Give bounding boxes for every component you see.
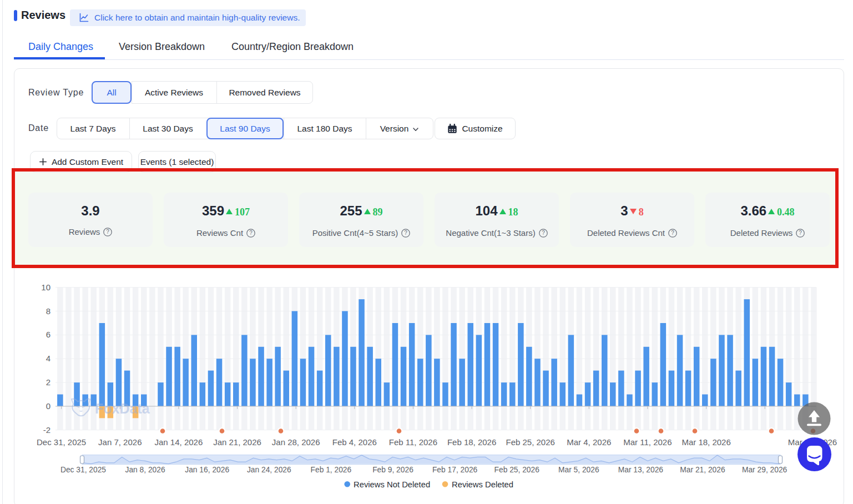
svg-text:Jan 16, 2026: Jan 16, 2026 (185, 466, 229, 474)
svg-text:Jan 21, 2026: Jan 21, 2026 (213, 437, 261, 447)
svg-text:Mar 21, 2026: Mar 21, 2026 (680, 466, 725, 474)
svg-text:FoxData: FoxData (95, 401, 150, 416)
svg-text:Jan 14, 2026: Jan 14, 2026 (155, 437, 203, 447)
svg-text:Feb 18, 2026: Feb 18, 2026 (447, 437, 496, 447)
svg-text:Mar 13, 2026: Mar 13, 2026 (618, 466, 664, 474)
svg-text:Jan 28, 2026: Jan 28, 2026 (272, 437, 320, 447)
svg-text:Jan 24, 2026: Jan 24, 2026 (247, 466, 291, 474)
svg-text:4: 4 (46, 354, 51, 363)
svg-text:-2: -2 (43, 425, 51, 435)
svg-text:Mar 4, 2026: Mar 4, 2026 (567, 437, 611, 447)
svg-text:Reviews Not Deleted: Reviews Not Deleted (354, 480, 430, 489)
svg-text:2: 2 (46, 377, 51, 387)
svg-text:Mar 11, 2026: Mar 11, 2026 (623, 437, 672, 447)
svg-text:0: 0 (46, 401, 51, 411)
svg-text:Feb 17, 2026: Feb 17, 2026 (432, 466, 478, 474)
svg-text:Jan 8, 2026: Jan 8, 2026 (125, 466, 165, 474)
svg-text:Feb 4, 2026: Feb 4, 2026 (332, 437, 377, 447)
svg-text:10: 10 (41, 283, 51, 292)
svg-text:Feb 25, 2026: Feb 25, 2026 (494, 466, 540, 474)
svg-text:Reviews Deleted: Reviews Deleted (452, 480, 513, 489)
svg-text:Feb 9, 2026: Feb 9, 2026 (372, 466, 413, 474)
svg-text:Mar 5, 2026: Mar 5, 2026 (558, 466, 599, 474)
svg-text:Feb 11, 2026: Feb 11, 2026 (389, 437, 437, 447)
svg-text:Jan 7, 2026: Jan 7, 2026 (98, 437, 142, 447)
svg-text:Mar 29, 2026: Mar 29, 2026 (742, 466, 788, 474)
svg-text:Dec 31, 2025: Dec 31, 2025 (60, 466, 106, 474)
svg-text:8: 8 (46, 306, 51, 316)
svg-text:6: 6 (46, 330, 51, 339)
svg-text:Mar 18, 2026: Mar 18, 2026 (682, 437, 730, 447)
svg-text:Feb 25, 2026: Feb 25, 2026 (506, 437, 554, 447)
svg-text:Feb 1, 2026: Feb 1, 2026 (311, 466, 352, 474)
svg-text:Dec 31, 2025: Dec 31, 2025 (37, 437, 86, 447)
